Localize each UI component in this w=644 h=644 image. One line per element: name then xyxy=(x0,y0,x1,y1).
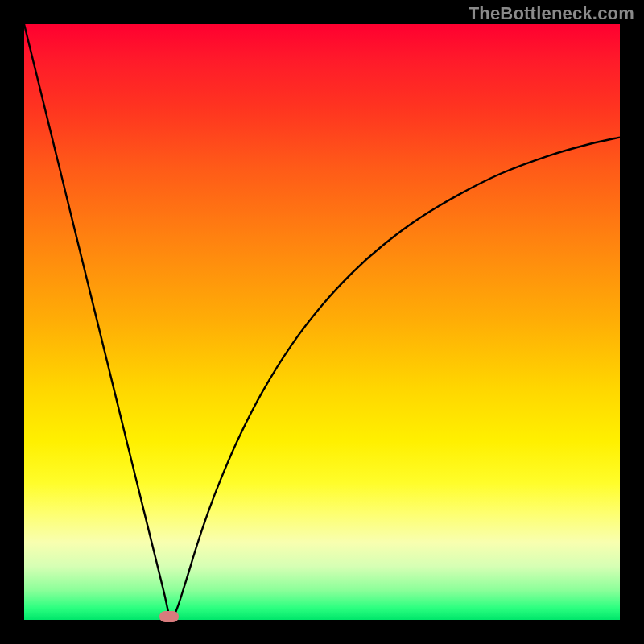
chart-frame: TheBottleneck.com xyxy=(0,0,644,644)
minimum-marker xyxy=(159,611,179,622)
bottleneck-curve-path xyxy=(24,24,620,618)
watermark-text: TheBottleneck.com xyxy=(469,3,634,24)
chart-curve xyxy=(24,24,620,620)
